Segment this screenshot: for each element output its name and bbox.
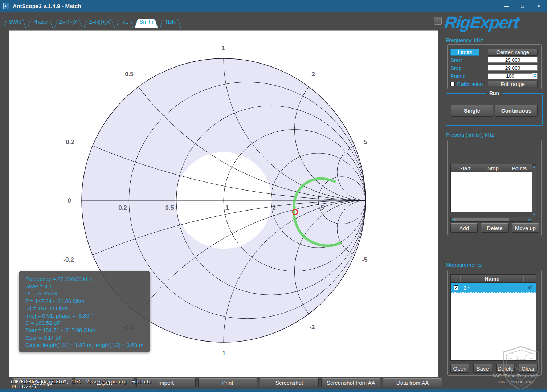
tooltip-line: SWR = 3.11: [25, 283, 150, 290]
stop-label: Stop: [450, 65, 488, 71]
frequency-section-label: Frequency, kHz: [446, 37, 483, 43]
single-button[interactable]: Single: [451, 105, 493, 117]
axis-tick-label: 0: [68, 197, 71, 204]
tab-swr[interactable]: SWR: [4, 16, 26, 28]
stop-input[interactable]: [488, 65, 538, 71]
presets-section-label: Presets (limits), kHz: [446, 132, 494, 138]
tab-label: Z=R+jX: [59, 19, 78, 25]
screenshot-button[interactable]: Screenshot: [260, 378, 319, 387]
measurement-open-button[interactable]: Open: [450, 364, 469, 373]
tooltip-line: Cable: length(1/4) = 1.82 m, length(1/2)…: [25, 342, 150, 349]
checkbox-column-header: [451, 275, 461, 282]
axis-tick-label: 5: [321, 204, 324, 211]
axis-tick-label: 1: [225, 204, 229, 211]
tab-label: RL: [121, 19, 128, 25]
print-button[interactable]: Print: [198, 378, 257, 387]
measurement-row[interactable]: ✓27✎: [451, 283, 536, 293]
axis-tick-label: -2: [309, 324, 315, 331]
tooltip-line: Frequency = 27 220.00 kHz: [25, 275, 150, 283]
points-spinner[interactable]: [532, 73, 537, 78]
screenshot-from-aa-button[interactable]: Screenshot from AA: [321, 378, 380, 387]
settings-button[interactable]: Settings: [13, 378, 72, 387]
presets-column-stop: Stop: [479, 164, 507, 172]
window-bottom-border: [0, 389, 547, 392]
scroll-left-icon[interactable]: ◀: [452, 218, 454, 221]
tab-bar: SWRPhaseZ=R+jXZ=R||+jXRLSmithTDR: [4, 16, 182, 28]
start-input[interactable]: [488, 57, 538, 63]
points-label: Points: [450, 73, 488, 79]
data-from-aa-button[interactable]: Data from AA: [383, 378, 442, 387]
cursor-readout-tooltip: Frequency = 27 220.00 kHzSWR = 3.11RL = …: [19, 271, 150, 352]
axis-tick-label: -1: [220, 350, 225, 357]
tooltip-line: Zpar = 154.71 - j717.88 Ohm: [25, 327, 150, 334]
import-button[interactable]: Import: [136, 378, 196, 387]
smith-chart-panel[interactable]: 10.50.20-0.2-0.5-125-5-20.20.5125 Freque…: [9, 30, 438, 377]
preset-add-button[interactable]: Add: [450, 223, 478, 233]
continuous-button[interactable]: Continuous: [495, 105, 538, 117]
tab-phase[interactable]: Phase: [28, 16, 53, 28]
scroll-down-icon[interactable]: ▼: [533, 213, 536, 216]
calibration-checkbox[interactable]: [450, 82, 455, 86]
edit-pencil-icon[interactable]: ✎: [527, 284, 532, 291]
tooltip-line: |rho| = 0.51, phase = -8.89 °: [25, 312, 150, 319]
name-column-header: Name: [461, 275, 524, 282]
export-button[interactable]: Export: [75, 378, 134, 387]
axis-tick-label: -0.2: [63, 256, 74, 263]
tooltip-line: Z = 147.84 - j31.86 Ohm: [25, 298, 150, 305]
tab-tdr[interactable]: TDR: [160, 16, 181, 28]
run-label: Run: [486, 90, 502, 96]
tab-label: Z=R||+jX: [89, 19, 110, 25]
axis-tick-label: 0.2: [66, 139, 74, 146]
tab-label: SWR: [8, 19, 21, 25]
axis-tick-label: 2: [311, 71, 315, 78]
scroll-up-icon[interactable]: ▲: [533, 166, 536, 168]
spinner-down-icon[interactable]: [534, 76, 536, 77]
tooltip-line: Cpar = 8.14 pF: [25, 334, 150, 342]
tab-z-r-jx[interactable]: Z=R||+jX: [84, 16, 115, 28]
measurement-save-button[interactable]: Save: [473, 364, 492, 373]
preset-delete-button[interactable]: Delete: [481, 223, 508, 233]
center-range-button[interactable]: Center, range: [488, 49, 538, 56]
run-groupbox: Run Single Continuous: [446, 93, 543, 126]
tooltip-line: C = 183.52 pF: [25, 319, 150, 327]
axis-tick-label: 1: [221, 45, 225, 52]
window-title: AntScope2 v.1.4.9 - Match: [13, 3, 81, 9]
presets-table-header: StartStopPoints: [451, 164, 532, 172]
tab-underline: [3, 28, 439, 28]
tab-smith[interactable]: Smith: [135, 16, 158, 28]
scrollbar-thumb[interactable]: [454, 218, 509, 221]
measurement-checkbox[interactable]: ✓: [454, 285, 458, 290]
preset-move-up-button[interactable]: Move up: [512, 223, 539, 233]
tooltip-line: RL = 5.79 dB: [25, 290, 150, 297]
watermark-site-text: viva-telecom.org: [445, 379, 533, 384]
presets-vertical-scrollbar[interactable]: ▲ ▼: [532, 164, 536, 217]
limits-button[interactable]: Limits: [450, 49, 479, 56]
presets-horizontal-scrollbar[interactable]: ◀ ▶: [450, 217, 532, 222]
app-window: AS AntScope2 v.1.4.9 - Match — □ ✕ SWRPh…: [0, 0, 547, 392]
watermark-company-text: ЗАО "Вива-Телеком": [445, 373, 537, 379]
presets-table[interactable]: StartStopPoints ▲ ▼: [450, 164, 532, 212]
measurement-name: 27: [464, 285, 527, 291]
tab-label: Smith: [139, 19, 153, 25]
axis-tick-label: 2: [272, 204, 275, 211]
axis-tick-label: -5: [362, 256, 367, 263]
tab-z-r-jx[interactable]: Z=R+jX: [54, 16, 82, 28]
spinner-up-icon[interactable]: [534, 74, 536, 75]
axis-tick-label: 0.5: [125, 71, 134, 78]
axis-tick-label: 0.5: [165, 204, 174, 211]
tab-rl[interactable]: RL: [117, 16, 133, 28]
measurements-section-label: Measurements: [446, 262, 482, 268]
presets-column-points: Points: [507, 164, 531, 172]
sidebar: RigExpert Frequency, kHz Limits Center, …: [445, 0, 543, 392]
axis-tick-label: 0.2: [118, 204, 127, 211]
scroll-right-icon[interactable]: ▶: [529, 218, 531, 221]
measurements-rows: ✓27✎: [451, 283, 536, 293]
frequency-groupbox: Limits Center, range Start Stop Points: [447, 44, 542, 89]
presets-groupbox: StartStopPoints ▲ ▼ ◀ ▶ Add Delete Move …: [447, 140, 542, 236]
rigexpert-logo: RigExpert: [444, 12, 544, 32]
add-tab-button[interactable]: +: [434, 17, 442, 25]
axis-tick-label: 5: [364, 139, 367, 146]
full-range-button[interactable]: Full range: [488, 81, 538, 87]
start-label: Start: [450, 57, 488, 63]
points-input[interactable]: [488, 73, 538, 79]
